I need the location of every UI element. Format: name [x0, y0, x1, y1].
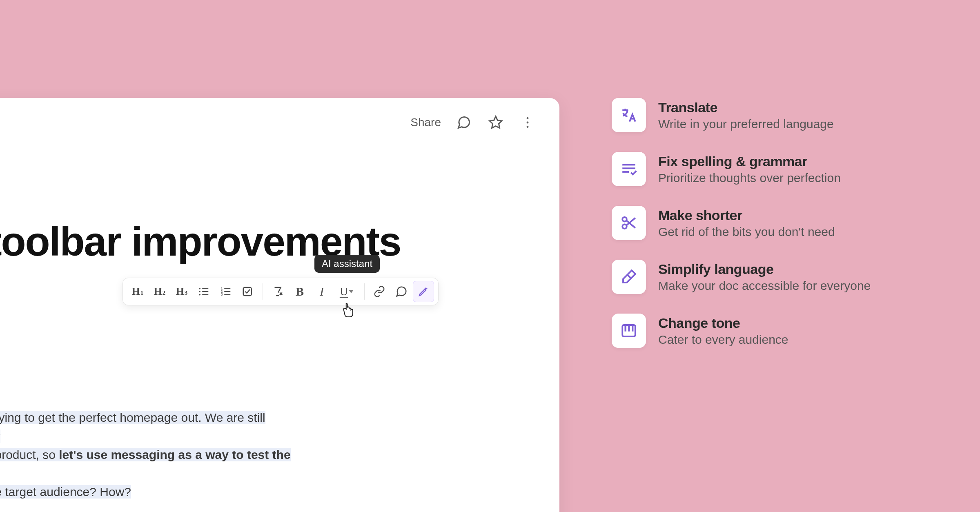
svg-line-27: [628, 275, 631, 278]
underline-button[interactable]: U: [333, 281, 360, 302]
clear-format-button[interactable]: [267, 281, 288, 302]
bold-button[interactable]: B: [289, 281, 310, 302]
link-icon: [373, 285, 385, 298]
checklist-button[interactable]: [237, 281, 258, 302]
svg-text:3: 3: [221, 292, 223, 296]
text-span: stage, we aren't trying to get the perfe…: [0, 411, 265, 443]
feature-subtitle: Make your doc accessible for everyone: [658, 279, 871, 293]
make-shorter-icon-box: [612, 206, 646, 240]
simplify-icon-box: [612, 260, 646, 294]
text-toolbar: H1 H2 H3 123 B I U: [122, 278, 439, 305]
svg-rect-16: [243, 287, 252, 296]
feature-subtitle: Prioritize thoughts over perfection: [658, 171, 841, 185]
feature-subtitle: Write in your preferred language: [658, 117, 834, 131]
comment-icon: [395, 285, 408, 298]
feature-change-tone[interactable]: Change tone Cater to every audience: [612, 314, 871, 348]
translate-icon: [620, 107, 637, 124]
ai-assistant-button[interactable]: [413, 281, 434, 302]
ai-assistant-tooltip: AI assistant: [314, 255, 380, 273]
feature-text: Change tone Cater to every audience: [658, 315, 788, 347]
feature-text: Make shorter Get rid of the bits you don…: [658, 207, 835, 239]
svg-point-4: [199, 288, 200, 289]
italic-letter: I: [320, 285, 324, 298]
heading3-button[interactable]: H3: [171, 281, 192, 302]
star-icon: [488, 115, 503, 130]
chevron-down-icon: [349, 290, 354, 293]
feature-text: Translate Write in your preferred langua…: [658, 100, 834, 131]
comment-icon: [457, 115, 471, 130]
link-button[interactable]: [369, 281, 390, 302]
svg-point-8: [199, 294, 200, 296]
text-span: ouilding the right product, so: [0, 448, 59, 461]
check-square-icon: [242, 285, 254, 298]
eraser-icon: [620, 268, 637, 285]
h2-letter: H: [154, 285, 162, 298]
sparkle-pencil-icon: [417, 285, 430, 298]
h1-letter: H: [132, 285, 140, 298]
svg-marker-0: [490, 116, 502, 128]
svg-rect-31: [632, 325, 633, 332]
heading2-button[interactable]: H2: [149, 281, 170, 302]
h2-sub: 2: [163, 289, 166, 296]
floating-toolbar-wrap: AI assistant H1 H2 H3 123 B I U: [122, 278, 439, 305]
italic-button[interactable]: I: [311, 281, 332, 302]
text-span: t resonate with the target audience? How…: [0, 485, 131, 499]
comment-button[interactable]: [391, 281, 412, 302]
svg-rect-29: [625, 325, 626, 332]
ordered-list-icon: 123: [220, 285, 232, 298]
heading1-button[interactable]: H1: [127, 281, 148, 302]
svg-point-6: [199, 291, 200, 292]
svg-point-3: [527, 126, 529, 128]
feature-subtitle: Get rid of the bits you don't need: [658, 225, 835, 239]
bullet-list-icon: [198, 285, 210, 298]
cursor-icon: [341, 302, 355, 318]
feature-title: Change tone: [658, 315, 788, 331]
feature-title: Translate: [658, 100, 834, 116]
h3-letter: H: [176, 285, 184, 298]
feature-translate[interactable]: Translate Write in your preferred langua…: [612, 98, 871, 132]
feature-subtitle: Cater to every audience: [658, 333, 788, 347]
h1-sub: 1: [140, 289, 144, 296]
lines-check-icon: [620, 160, 637, 178]
favorite-button[interactable]: [487, 114, 505, 131]
h3-sub: 3: [185, 289, 188, 296]
share-button[interactable]: Share: [410, 116, 441, 129]
feature-fix-spelling[interactable]: Fix spelling & grammar Prioritize though…: [612, 152, 871, 186]
feature-simplify[interactable]: Simplify language Make your doc accessib…: [612, 260, 871, 294]
document-body[interactable]: stage, we aren't trying to get the perfe…: [0, 408, 310, 512]
header-actions: Share: [410, 114, 537, 131]
clear-format-icon: [272, 285, 284, 298]
paragraph-1[interactable]: stage, we aren't trying to get the perfe…: [0, 408, 310, 501]
change-tone-icon-box: [612, 314, 646, 348]
piano-icon: [620, 322, 637, 339]
svg-point-2: [527, 122, 529, 124]
kebab-icon: [520, 115, 535, 130]
toolbar-separator: [364, 283, 365, 300]
scissors-icon: [620, 214, 637, 232]
feature-text: Simplify language Make your doc accessib…: [658, 261, 871, 293]
feature-title: Fix spelling & grammar: [658, 154, 841, 169]
more-button[interactable]: [519, 114, 537, 131]
bullet-list-button[interactable]: [193, 281, 214, 302]
document-header: epage Share: [0, 113, 537, 132]
feature-text: Fix spelling & grammar Prioritize though…: [658, 154, 841, 185]
underline-letter: U: [340, 285, 348, 298]
comments-button[interactable]: [455, 114, 473, 131]
bold-letter: B: [296, 285, 304, 298]
feature-title: Simplify language: [658, 261, 871, 277]
svg-rect-30: [628, 325, 630, 332]
document-title[interactable]: ew toolbar improvements: [0, 218, 537, 265]
feature-list: Translate Write in your preferred langua…: [612, 98, 871, 348]
feature-title: Make shorter: [658, 207, 835, 223]
translate-icon-box: [612, 98, 646, 132]
svg-point-1: [527, 117, 529, 119]
fix-spelling-icon-box: [612, 152, 646, 186]
toolbar-separator: [263, 283, 263, 300]
ordered-list-button[interactable]: 123: [215, 281, 236, 302]
feature-make-shorter[interactable]: Make shorter Get rid of the bits you don…: [612, 206, 871, 240]
